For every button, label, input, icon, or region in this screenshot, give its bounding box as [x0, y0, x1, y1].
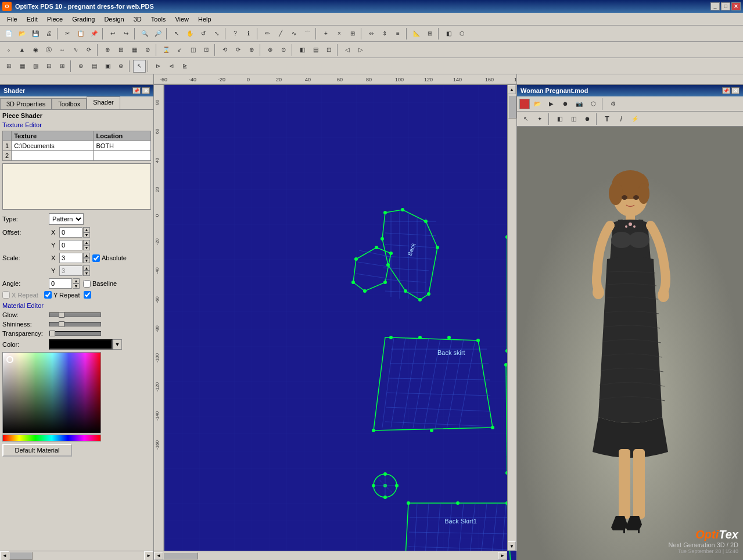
tb2-25[interactable]: ▷ — [354, 44, 367, 56]
tb2-21[interactable]: ◧ — [296, 44, 308, 56]
tb-move[interactable]: ✋ — [184, 27, 196, 40]
angle-up[interactable]: ▲ — [73, 278, 80, 283]
row2-location[interactable] — [94, 151, 151, 161]
tb2-5[interactable]: ↔ — [56, 44, 69, 56]
absolute-checkbox[interactable] — [92, 254, 100, 262]
menu-design[interactable]: Design — [99, 15, 128, 24]
tb3-9[interactable]: ⊛ — [114, 60, 127, 73]
scale-y-up[interactable]: ▲ — [83, 265, 90, 271]
vscroll-down[interactable]: ▼ — [508, 541, 516, 551]
scale-y-down[interactable]: ▼ — [83, 271, 90, 276]
color-dropdown-btn[interactable]: ▼ — [113, 339, 122, 350]
3d-tb2-t[interactable]: T — [601, 113, 613, 125]
tb2-12[interactable]: ⌛ — [160, 44, 173, 56]
tb2-9[interactable]: ⊞ — [114, 44, 127, 56]
tb-line[interactable]: ╱ — [274, 27, 287, 40]
tb2-11[interactable]: ⊘ — [141, 44, 154, 56]
tb2-23[interactable]: ⊡ — [322, 44, 335, 56]
tb2-7[interactable]: ⟳ — [82, 44, 95, 56]
texture-row-2[interactable]: 2 — [3, 151, 151, 161]
tb3-4[interactable]: ⊟ — [42, 60, 55, 73]
offset-y-up[interactable]: ▲ — [83, 240, 90, 245]
tb3-11[interactable]: ⊲ — [165, 60, 178, 73]
vscroll-thumb[interactable] — [508, 95, 516, 119]
tb-help[interactable]: ? — [229, 27, 242, 40]
y-repeat-checkbox[interactable] — [44, 291, 52, 299]
angle-input[interactable] — [49, 278, 72, 289]
canvas-vscroll[interactable]: ▲ ▼ — [507, 85, 516, 551]
hue-bar[interactable] — [2, 435, 101, 441]
title-bar-buttons[interactable]: _ □ ✕ — [710, 2, 741, 10]
tb-new[interactable]: 📄 — [2, 27, 15, 40]
3d-tb-cam[interactable]: 📷 — [573, 98, 586, 110]
menu-view[interactable]: View — [170, 15, 193, 24]
default-material-button[interactable]: Default Material — [2, 444, 72, 457]
scale-y-input[interactable] — [59, 265, 82, 276]
texture-row-1[interactable]: 1 C:\Documents BOTH — [3, 141, 151, 151]
angle-down[interactable]: ▼ — [73, 283, 80, 289]
tb2-3[interactable]: ◉ — [29, 44, 42, 56]
tb2-2[interactable]: ▲ — [16, 44, 28, 56]
row2-texture[interactable] — [12, 151, 94, 161]
scroll-right-btn[interactable]: ► — [144, 551, 153, 561]
row1-texture[interactable]: C:\Documents — [12, 141, 94, 151]
3d-panel-title-buttons[interactable]: 📌 ✕ — [722, 87, 740, 94]
tb-copy[interactable]: 📋 — [74, 27, 87, 40]
3d-panel-pin-button[interactable]: 📌 — [722, 87, 730, 94]
tb2-18[interactable]: ⊕ — [245, 44, 258, 56]
tb2-19[interactable]: ⊛ — [264, 44, 277, 56]
shader-pin-button[interactable]: 📌 — [132, 87, 141, 94]
vscroll-up[interactable]: ▲ — [508, 85, 516, 94]
tb-align[interactable]: ≡ — [392, 27, 404, 40]
tb2-10[interactable]: ▦ — [128, 44, 141, 56]
tab-toolbox[interactable]: Toolbox — [52, 98, 87, 109]
tb-paste[interactable]: 📌 — [88, 27, 100, 40]
tb2-14[interactable]: ◫ — [186, 44, 199, 56]
shader-title-buttons[interactable]: 📌 ✕ — [132, 87, 150, 94]
tb-measure[interactable]: 📐 — [410, 27, 423, 40]
tb3-2[interactable]: ▦ — [16, 60, 28, 73]
tb-zoom-out[interactable]: 🔎 — [152, 27, 164, 40]
scroll-thumb[interactable] — [9, 552, 33, 560]
tb2-1[interactable]: ⬦ — [2, 44, 15, 56]
tb-open[interactable]: 📂 — [16, 27, 28, 40]
type-select[interactable]: Pattern — [49, 213, 84, 225]
transparency-slider[interactable] — [49, 331, 101, 336]
3d-tb-rec[interactable]: ⏺ — [559, 98, 572, 110]
shader-close-button[interactable]: ✕ — [142, 87, 150, 94]
tb-scale[interactable]: ⤡ — [210, 27, 223, 40]
shininess-slider[interactable] — [49, 322, 101, 326]
offset-y-spinner[interactable]: ▲ ▼ — [83, 240, 90, 250]
menu-help[interactable]: Help — [193, 15, 216, 24]
tb-layer[interactable]: ◧ — [442, 27, 455, 40]
offset-x-spinner[interactable]: ▲ ▼ — [83, 227, 90, 238]
canvas-area[interactable]: 80 60 40 20 0 -20 -40 -60 -80 -100 -120 … — [154, 85, 516, 560]
tb3-3[interactable]: ▧ — [29, 60, 42, 73]
menu-edit[interactable]: Edit — [22, 15, 42, 24]
scale-x-spinner[interactable]: ▲ ▼ — [83, 253, 90, 263]
tb2-4[interactable]: Ⓐ — [42, 44, 55, 56]
offset-y-down[interactable]: ▼ — [83, 245, 90, 250]
x-repeat-checkbox[interactable] — [2, 291, 10, 299]
tb2-16[interactable]: ⟲ — [218, 44, 231, 56]
menu-file[interactable]: File — [2, 15, 22, 24]
close-button[interactable]: ✕ — [731, 2, 741, 10]
repeat-extra-checkbox[interactable] — [84, 291, 91, 299]
angle-spinner[interactable]: ▲ ▼ — [73, 278, 80, 289]
tb3-5[interactable]: ⊞ — [56, 60, 69, 73]
tb2-24[interactable]: ◁ — [341, 44, 354, 56]
scroll-left-btn[interactable]: ◄ — [0, 551, 9, 561]
3d-tb2-extra[interactable]: ⚡ — [629, 113, 641, 125]
tab-3d-properties[interactable]: 3D Properties — [0, 98, 52, 109]
tb-redo[interactable]: ↪ — [120, 27, 132, 40]
tb2-8[interactable]: ⊕ — [101, 44, 114, 56]
menu-tools[interactable]: Tools — [146, 15, 171, 24]
tb2-15[interactable]: ⊡ — [200, 44, 213, 56]
tab-shader[interactable]: Shader — [87, 96, 120, 109]
3d-tb2-view[interactable]: ◧ — [553, 113, 566, 125]
tb-arc[interactable]: ⌒ — [301, 27, 314, 40]
menu-grading[interactable]: Grading — [67, 15, 99, 24]
hscroll-right[interactable]: ► — [498, 552, 507, 560]
tb-curve[interactable]: ∿ — [288, 27, 300, 40]
3d-tb2-move[interactable]: ✦ — [533, 113, 546, 125]
